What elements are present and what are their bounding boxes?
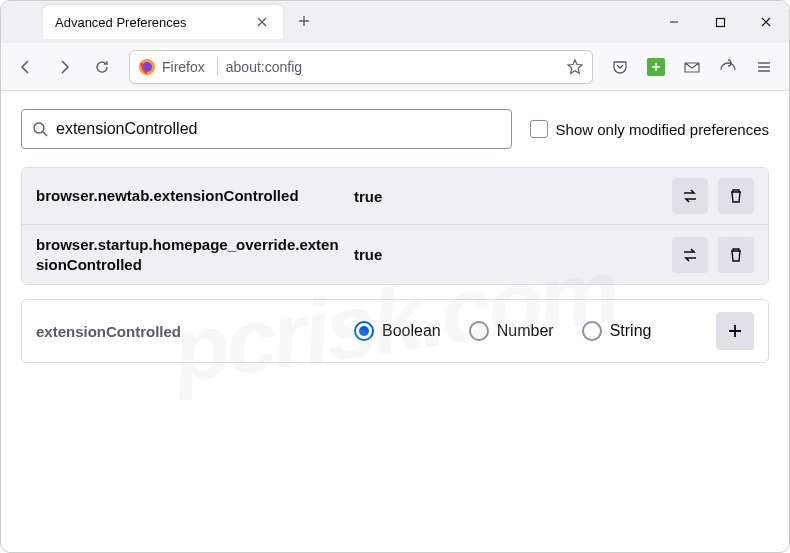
radio-string[interactable]: String xyxy=(582,321,652,341)
browser-tab[interactable]: Advanced Preferences xyxy=(43,5,283,39)
preference-row[interactable]: browser.newtab.extensionControlled true xyxy=(22,168,768,224)
preference-actions xyxy=(672,178,754,214)
close-tab-icon[interactable] xyxy=(253,13,271,31)
show-modified-checkbox[interactable] xyxy=(530,120,548,138)
preference-search-box[interactable] xyxy=(21,109,512,149)
content-area: Show only modified preferences browser.n… xyxy=(1,91,789,381)
preference-value: true xyxy=(354,188,382,205)
url-text: about:config xyxy=(226,59,302,75)
tab-title: Advanced Preferences xyxy=(55,15,187,30)
new-preference-row: extensionControlled Boolean Number Strin… xyxy=(21,299,769,363)
preference-actions xyxy=(672,237,754,273)
url-separator xyxy=(217,58,218,76)
type-radio-group: Boolean Number String xyxy=(354,321,651,341)
mail-icon[interactable] xyxy=(675,50,709,84)
preference-row[interactable]: browser.startup.homepage_override.extens… xyxy=(22,224,768,284)
forward-button[interactable] xyxy=(47,50,81,84)
preference-list: browser.newtab.extensionControlled true … xyxy=(21,167,769,285)
titlebar: Advanced Preferences xyxy=(1,1,789,43)
url-bar[interactable]: Firefox about:config xyxy=(129,50,593,84)
menu-button[interactable] xyxy=(747,50,781,84)
toggle-button[interactable] xyxy=(672,178,708,214)
minimize-button[interactable] xyxy=(651,5,697,39)
reload-button[interactable] xyxy=(85,50,119,84)
account-icon[interactable] xyxy=(711,50,745,84)
pocket-icon[interactable] xyxy=(603,50,637,84)
navigation-toolbar: Firefox about:config xyxy=(1,43,789,91)
show-modified-checkbox-label[interactable]: Show only modified preferences xyxy=(530,120,769,138)
tab-strip: Advanced Preferences xyxy=(1,1,319,43)
radio-label: Boolean xyxy=(382,322,441,340)
search-icon xyxy=(32,121,48,137)
new-tab-button[interactable] xyxy=(289,6,319,36)
preference-name: browser.startup.homepage_override.extens… xyxy=(36,235,346,274)
preference-value: true xyxy=(354,246,382,263)
maximize-button[interactable] xyxy=(697,5,743,39)
add-preference-button[interactable] xyxy=(716,312,754,350)
radio-input[interactable] xyxy=(582,321,602,341)
radio-input[interactable] xyxy=(354,321,374,341)
delete-button[interactable] xyxy=(718,178,754,214)
search-row: Show only modified preferences xyxy=(21,109,769,149)
url-identity: Firefox xyxy=(162,59,205,75)
delete-button[interactable] xyxy=(718,237,754,273)
search-input[interactable] xyxy=(56,120,501,138)
preference-name: browser.newtab.extensionControlled xyxy=(36,186,346,206)
bookmark-star-icon[interactable] xyxy=(566,58,584,76)
checkbox-text: Show only modified preferences xyxy=(556,121,769,138)
toolbar-right-icons xyxy=(603,50,781,84)
window-controls xyxy=(651,1,789,43)
radio-input[interactable] xyxy=(469,321,489,341)
back-button[interactable] xyxy=(9,50,43,84)
radio-label: String xyxy=(610,322,652,340)
svg-point-3 xyxy=(34,123,44,133)
toggle-button[interactable] xyxy=(672,237,708,273)
close-window-button[interactable] xyxy=(743,5,789,39)
radio-label: Number xyxy=(497,322,554,340)
radio-boolean[interactable]: Boolean xyxy=(354,321,441,341)
firefox-logo-icon xyxy=(138,58,156,76)
radio-number[interactable]: Number xyxy=(469,321,554,341)
svg-rect-0 xyxy=(716,18,724,26)
new-preference-name: extensionControlled xyxy=(36,323,346,340)
extension-icon[interactable] xyxy=(639,50,673,84)
